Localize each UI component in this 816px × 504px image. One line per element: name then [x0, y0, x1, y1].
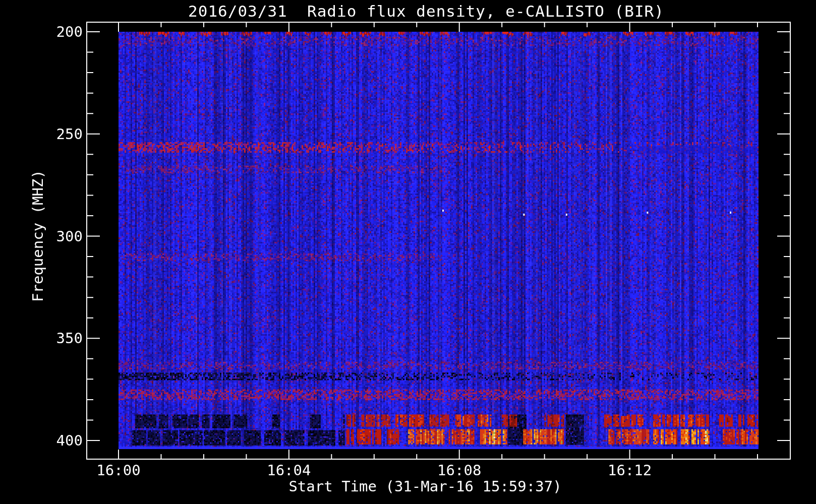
y-tick-label: 300 [37, 228, 83, 245]
x-tick-label: 16:00 [96, 462, 140, 479]
chart-title: 2016/03/31 Radio flux density, e-CALLIST… [188, 2, 664, 20]
x-tick-label: 16:08 [437, 462, 481, 479]
x-axis-title: Start Time (31-Mar-16 15:59:37) [288, 478, 561, 495]
x-tick-label: 16:12 [608, 462, 652, 479]
y-tick-label: 200 [37, 23, 83, 40]
y-tick-label: 400 [37, 432, 83, 449]
y-tick-label: 350 [37, 330, 83, 347]
spectrogram-page: 2016/03/31 Radio flux density, e-CALLIST… [0, 0, 816, 504]
y-tick-label: 250 [37, 125, 83, 143]
x-tick-label: 16:04 [267, 462, 311, 479]
spectrogram-canvas [0, 0, 816, 504]
